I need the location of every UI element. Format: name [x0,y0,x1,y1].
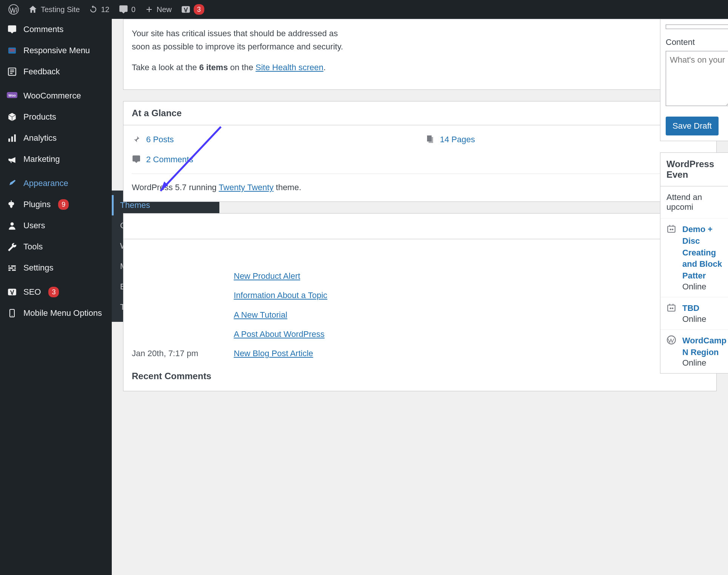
comment-icon [119,5,128,14]
new-label: New [157,5,172,14]
yoast-link[interactable]: 3 [176,0,209,19]
refresh-icon [89,5,98,14]
admin-bar: Testing Site 12 0 New 3 [0,0,728,19]
comments-link[interactable]: 0 [114,0,140,19]
home-icon [28,5,38,14]
comments-count: 0 [131,5,136,14]
updates-count: 12 [101,5,109,14]
wp-logo-icon[interactable] [4,0,23,19]
plus-icon [145,5,154,14]
yoast-badge: 3 [194,4,204,15]
site-name: Testing Site [41,5,80,14]
site-name-link[interactable]: Testing Site [23,0,84,19]
new-content-link[interactable]: New [140,0,176,19]
yoast-icon [181,5,191,14]
updates-link[interactable]: 12 [84,0,114,19]
